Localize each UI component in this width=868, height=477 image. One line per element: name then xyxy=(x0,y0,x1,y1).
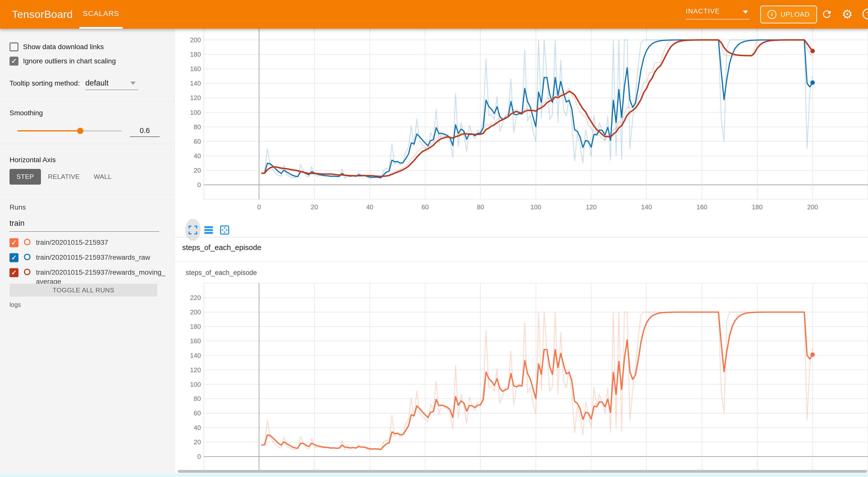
chevron-down-icon xyxy=(130,82,136,85)
tooltip-sorting-label: Tooltip sorting method: xyxy=(9,80,80,87)
svg-text:40: 40 xyxy=(194,424,201,431)
svg-text:120: 120 xyxy=(586,203,596,211)
axis-button-relative[interactable]: RELATIVE xyxy=(41,169,87,185)
runs-label: Runs xyxy=(9,203,26,211)
svg-text:40: 40 xyxy=(194,152,201,160)
run-row: ✓train/20201015-215937/rewards_raw xyxy=(9,253,167,262)
run-checkbox[interactable]: ✓ xyxy=(9,238,19,247)
toggle-all-runs-button[interactable]: TOGGLE ALL RUNS xyxy=(10,284,157,297)
upload-button[interactable]: i UPLOAD xyxy=(760,5,817,24)
app-header: TensorBoard SCALARS INACTIVE i UPLOAD ⚙ … xyxy=(0,0,868,29)
svg-text:60: 60 xyxy=(194,138,201,145)
svg-text:100: 100 xyxy=(530,203,541,211)
svg-text:160: 160 xyxy=(190,65,201,73)
svg-text:180: 180 xyxy=(752,203,763,211)
tensorboard-logo[interactable]: TensorBoard xyxy=(12,0,73,29)
check-icon: ✓ xyxy=(11,240,17,246)
svg-text:120: 120 xyxy=(190,366,201,374)
check-icon: ✓ xyxy=(11,254,17,261)
svg-text:0: 0 xyxy=(197,181,201,189)
svg-text:60: 60 xyxy=(422,203,429,211)
bottom-scroll-track xyxy=(0,473,868,477)
help-icon[interactable]: ? xyxy=(863,8,868,20)
status-dropdown-value: INACTIVE xyxy=(686,7,720,15)
show-download-links-checkbox[interactable] xyxy=(9,42,19,52)
check-icon: ✓ xyxy=(11,269,17,276)
run-color-swatch xyxy=(24,254,30,260)
run-name[interactable]: train/20201015-215937 xyxy=(36,238,108,247)
run-name[interactable]: train/20201015-215937/rewards_raw xyxy=(36,253,150,262)
ignore-outliers-checkbox[interactable]: ✓ xyxy=(9,57,19,66)
horizontal-axis-label: Horizontal Axis xyxy=(9,156,56,164)
run-row: ✓train/20201015-215937/rewards_moving_av… xyxy=(9,268,167,286)
upload-button-label: UPLOAD xyxy=(780,11,810,19)
smoothing-label: Smoothing xyxy=(9,109,43,117)
help-icon-glyph: ? xyxy=(866,10,868,18)
logs-label: logs xyxy=(9,301,21,308)
svg-text:80: 80 xyxy=(194,123,201,131)
ignore-outliers-label: Ignore outliers in chart scaling xyxy=(23,57,116,65)
runs-filter-underline xyxy=(9,231,159,232)
svg-text:80: 80 xyxy=(477,203,484,211)
smoothing-slider-row: 0.6 xyxy=(9,126,165,136)
svg-text:140: 140 xyxy=(190,80,201,87)
svg-text:0: 0 xyxy=(197,453,201,460)
gear-icon[interactable]: ⚙ xyxy=(841,8,854,21)
dropdown-underline xyxy=(85,90,138,90)
section-title: steps_of_each_episode xyxy=(182,243,261,252)
horizontal-scrollbar[interactable] xyxy=(178,470,867,473)
svg-text:20: 20 xyxy=(311,203,318,211)
svg-text:100: 100 xyxy=(190,381,201,388)
slider-thumb[interactable] xyxy=(77,128,83,134)
chevron-down-icon xyxy=(743,10,748,14)
svg-text:200: 200 xyxy=(190,308,201,316)
slider-fill xyxy=(18,130,80,131)
svg-text:60: 60 xyxy=(194,409,201,417)
show-download-links-row[interactable]: Show data download links xyxy=(9,42,104,52)
steps-of-each-episode-chart[interactable]: 020406080100120140160180200220 xyxy=(177,283,868,473)
smoothing-slider[interactable] xyxy=(18,130,122,131)
svg-text:0: 0 xyxy=(257,203,261,211)
tab-scalars[interactable]: SCALARS xyxy=(80,0,123,29)
refresh-icon[interactable] xyxy=(820,8,833,21)
run-name[interactable]: train/20201015-215937/rewards_moving_ave… xyxy=(36,268,167,286)
run-checkbox[interactable]: ✓ xyxy=(9,268,19,277)
axis-button-step[interactable]: STEP xyxy=(9,169,41,185)
svg-text:220: 220 xyxy=(190,294,201,301)
divider xyxy=(175,261,868,261)
ignore-outliers-row[interactable]: ✓ Ignore outliers in chart scaling xyxy=(9,57,116,66)
dropdown-underline xyxy=(686,19,750,20)
chart-card-title: steps_of_each_episode xyxy=(186,269,257,277)
expand-icon[interactable] xyxy=(187,224,199,236)
svg-text:160: 160 xyxy=(696,203,707,211)
status-dropdown[interactable]: INACTIVE xyxy=(686,7,750,15)
svg-text:20: 20 xyxy=(194,167,201,174)
runs-filter xyxy=(9,219,159,228)
svg-text:40: 40 xyxy=(366,203,373,211)
tensorboard-app: TensorBoard SCALARS INACTIVE i UPLOAD ⚙ … xyxy=(0,0,868,477)
divider xyxy=(0,101,175,101)
horizontal-axis-buttons: STEPRELATIVEWALL xyxy=(9,169,119,185)
check-icon: ✓ xyxy=(11,58,17,65)
svg-text:160: 160 xyxy=(190,337,201,345)
divider xyxy=(0,144,175,144)
smoothing-value[interactable]: 0.6 xyxy=(130,126,160,135)
axis-button-wall[interactable]: WALL xyxy=(87,169,119,185)
fit-domain-icon[interactable] xyxy=(219,224,230,236)
tooltip-sorting-dropdown[interactable]: default xyxy=(85,78,138,88)
svg-text:120: 120 xyxy=(190,94,201,101)
run-row: ✓train/20201015-215937 xyxy=(9,238,167,247)
svg-text:180: 180 xyxy=(190,323,201,330)
svg-text:200: 200 xyxy=(807,203,818,211)
settings-sidebar: Show data download links ✓ Ignore outlie… xyxy=(0,29,175,473)
svg-text:180: 180 xyxy=(190,51,201,58)
rewards-chart[interactable]: 0204060801001201401601802000204060801001… xyxy=(177,29,868,237)
divider xyxy=(175,237,868,237)
run-checkbox[interactable]: ✓ xyxy=(9,253,19,262)
svg-text:140: 140 xyxy=(641,203,652,211)
runs-filter-input[interactable] xyxy=(9,219,159,228)
svg-text:100: 100 xyxy=(190,109,201,116)
svg-text:20: 20 xyxy=(194,438,201,446)
scalars-main-panel: 0204060801001201401601802000204060801001… xyxy=(175,29,868,473)
runs-table-icon[interactable] xyxy=(203,224,214,236)
